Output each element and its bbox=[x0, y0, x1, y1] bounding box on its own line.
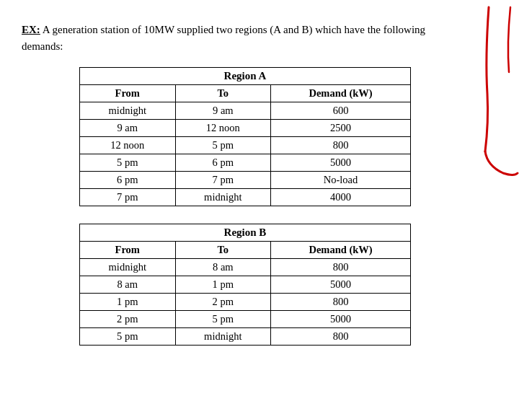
table-cell: 5000 bbox=[271, 154, 411, 172]
region-a-table: Region A From To Demand (kW) midnight9 a… bbox=[79, 67, 411, 206]
table-cell: 5 pm bbox=[175, 137, 271, 154]
region-b-header-demand: Demand (kW) bbox=[271, 242, 411, 259]
table-cell: 8 am bbox=[80, 276, 176, 294]
table-row: 12 noon5 pm800 bbox=[80, 137, 411, 154]
table-cell: 800 bbox=[271, 137, 411, 154]
region-a-header-from: From bbox=[80, 85, 176, 102]
table-row: 6 pm7 pmNo-load bbox=[80, 172, 411, 189]
table-cell: 800 bbox=[271, 294, 411, 311]
table-cell: midnight bbox=[175, 189, 271, 206]
table-cell: 600 bbox=[271, 102, 411, 120]
table-cell: 5000 bbox=[271, 311, 411, 328]
region-b-table: Region B From To Demand (kW) midnight8 a… bbox=[79, 224, 411, 346]
table-row: 9 am12 noon2500 bbox=[80, 120, 411, 137]
table-cell: 9 am bbox=[80, 120, 176, 137]
table-cell: midnight bbox=[175, 328, 271, 346]
table-row: 8 am1 pm5000 bbox=[80, 276, 411, 294]
intro-bold: EX: bbox=[22, 24, 40, 35]
main-content: EX: A generation station of 10MW supplie… bbox=[0, 0, 490, 377]
table-cell: 5000 bbox=[271, 276, 411, 294]
region-a-title: Region A bbox=[80, 68, 411, 85]
table-row: 5 pm6 pm5000 bbox=[80, 154, 411, 172]
table-cell: 1 pm bbox=[80, 294, 176, 311]
table-cell: 6 pm bbox=[80, 172, 176, 189]
table-row: 5 pmmidnight800 bbox=[80, 328, 411, 346]
table-cell: 5 pm bbox=[175, 311, 271, 328]
table-row: midnight9 am600 bbox=[80, 102, 411, 120]
intro-text: A generation station of 10MW supplied tw… bbox=[22, 24, 425, 52]
table-cell: 2 pm bbox=[175, 294, 271, 311]
table-cell: 2 pm bbox=[80, 311, 176, 328]
region-a-header-to: To bbox=[175, 85, 271, 102]
region-a-header-demand: Demand (kW) bbox=[271, 85, 411, 102]
table-row: midnight8 am800 bbox=[80, 259, 411, 276]
table-cell: 800 bbox=[271, 259, 411, 276]
region-b-section: Region B From To Demand (kW) midnight8 a… bbox=[22, 224, 469, 346]
table-cell: No-load bbox=[271, 172, 411, 189]
region-b-header-from: From bbox=[80, 242, 176, 259]
table-cell: 7 pm bbox=[175, 172, 271, 189]
table-cell: midnight bbox=[80, 259, 176, 276]
table-cell: 800 bbox=[271, 328, 411, 346]
table-row: 1 pm2 pm800 bbox=[80, 294, 411, 311]
table-cell: 12 noon bbox=[80, 137, 176, 154]
region-b-title: Region B bbox=[80, 224, 411, 242]
region-a-section: Region A From To Demand (kW) midnight9 a… bbox=[22, 67, 469, 206]
table-cell: 5 pm bbox=[80, 154, 176, 172]
intro-paragraph: EX: A generation station of 10MW supplie… bbox=[22, 22, 469, 54]
table-cell: 5 pm bbox=[80, 328, 176, 346]
table-cell: 1 pm bbox=[175, 276, 271, 294]
table-row: 7 pmmidnight4000 bbox=[80, 189, 411, 206]
table-row: 2 pm5 pm5000 bbox=[80, 311, 411, 328]
table-cell: midnight bbox=[80, 102, 176, 120]
table-cell: 6 pm bbox=[175, 154, 271, 172]
table-cell: 7 pm bbox=[80, 189, 176, 206]
table-cell: 8 am bbox=[175, 259, 271, 276]
table-cell: 4000 bbox=[271, 189, 411, 206]
region-b-header-to: To bbox=[175, 242, 271, 259]
table-cell: 2500 bbox=[271, 120, 411, 137]
table-cell: 12 noon bbox=[175, 120, 271, 137]
table-cell: 9 am bbox=[175, 102, 271, 120]
